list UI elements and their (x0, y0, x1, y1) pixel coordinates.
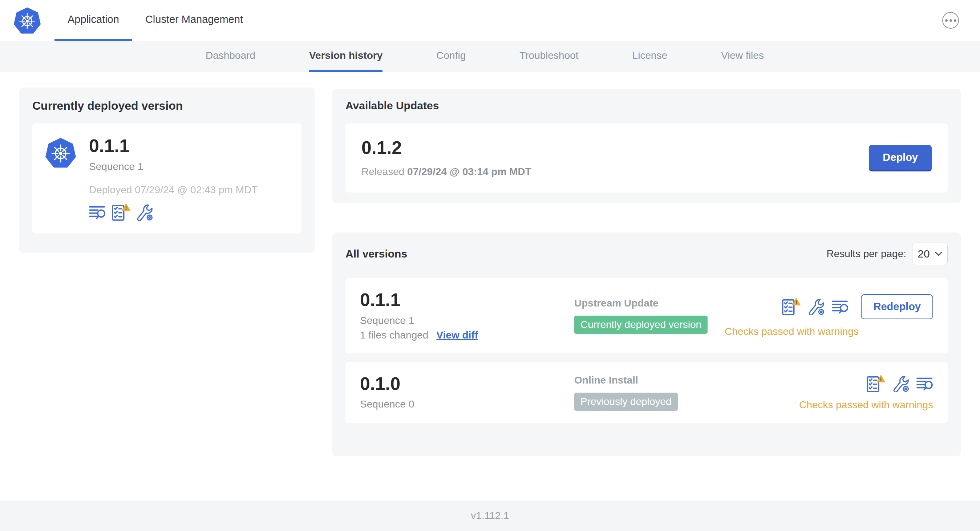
app-subnav: Dashboard Version history Config Trouble… (0, 41, 980, 72)
available-updates-title: Available Updates (345, 100, 948, 112)
deploy-logs-icon[interactable] (832, 299, 848, 314)
tab-view-files[interactable]: View files (721, 41, 764, 72)
app-footer: v1.112.1 (0, 501, 980, 531)
tab-cluster-management[interactable]: Cluster Management (132, 0, 256, 41)
config-icon[interactable] (136, 203, 153, 221)
version-row: 0.1.0 Sequence 0 Online Install Previous… (345, 362, 948, 423)
config-icon[interactable] (808, 298, 824, 315)
tab-dashboard[interactable]: Dashboard (205, 41, 255, 72)
kubernetes-app-icon (45, 137, 76, 169)
preflight-checks-warning-icon[interactable] (866, 374, 885, 393)
config-icon[interactable] (892, 375, 909, 392)
tab-version-history[interactable]: Version history (309, 41, 382, 72)
update-released-timestamp: Released 07/29/24 @ 03:14 pm MDT (361, 166, 531, 178)
chevron-down-icon (935, 252, 942, 256)
currently-deployed-title: Currently deployed version (32, 99, 301, 113)
deploy-button[interactable]: Deploy (869, 145, 932, 172)
row-version-number: 0.1.1 (360, 291, 574, 310)
available-updates-panel: Available Updates 0.1.2 Released 07/29/2… (332, 89, 961, 203)
row-version-number: 0.1.0 (360, 374, 574, 394)
results-per-page-select[interactable]: 20 (912, 243, 948, 265)
files-changed-label: 1 files changed (360, 329, 428, 341)
update-version-number: 0.1.2 (361, 138, 531, 157)
row-sequence: Sequence 0 (360, 398, 574, 410)
deployed-timestamp: Deployed 07/29/24 @ 02:43 pm MDT (89, 184, 258, 196)
preflight-status-text: Checks passed with warnings (725, 326, 859, 337)
tab-troubleshoot[interactable]: Troubleshoot (519, 41, 578, 72)
deploy-logs-icon[interactable] (89, 205, 106, 220)
console-version: v1.112.1 (471, 510, 509, 521)
currently-deployed-panel: Currently deployed version 0.1.1 Sequenc… (19, 87, 315, 253)
view-diff-link[interactable]: View diff (436, 329, 478, 341)
results-per-page-label: Results per page: (827, 248, 906, 260)
status-badge: Previously deployed (574, 393, 678, 411)
redeploy-button[interactable]: Redeploy (861, 294, 933, 319)
deployed-sequence: Sequence 1 (89, 161, 258, 173)
preflight-status-text: Checks passed with warnings (799, 399, 933, 411)
version-source-label: Upstream Update (574, 297, 659, 309)
row-sequence: Sequence 1 (360, 315, 574, 326)
preflight-checks-warning-icon[interactable] (782, 297, 800, 316)
deploy-logs-icon[interactable] (916, 376, 933, 391)
tab-license[interactable]: License (632, 41, 668, 72)
all-versions-panel: All versions Results per page: 20 0.1.1 … (332, 232, 961, 456)
all-versions-title: All versions (345, 248, 407, 260)
available-update-card: 0.1.2 Released 07/29/24 @ 03:14 pm MDT D… (345, 124, 948, 192)
tab-application[interactable]: Application (54, 0, 132, 41)
version-source-label: Online Install (574, 374, 638, 386)
kubernetes-logo (0, 0, 54, 41)
ellipsis-menu-icon[interactable] (942, 12, 959, 29)
preflight-checks-warning-icon[interactable] (111, 203, 130, 221)
tab-config[interactable]: Config (436, 41, 466, 72)
status-badge: Currently deployed version (574, 316, 708, 334)
app-header: Application Cluster Management (0, 0, 980, 41)
header-tabs: Application Cluster Management (54, 0, 256, 41)
version-row: 0.1.1 Sequence 1 1 files changed View di… (345, 278, 948, 353)
deployed-version-number: 0.1.1 (89, 137, 258, 156)
currently-deployed-card: 0.1.1 Sequence 1 Deployed 07/29/24 @ 02:… (32, 124, 301, 234)
